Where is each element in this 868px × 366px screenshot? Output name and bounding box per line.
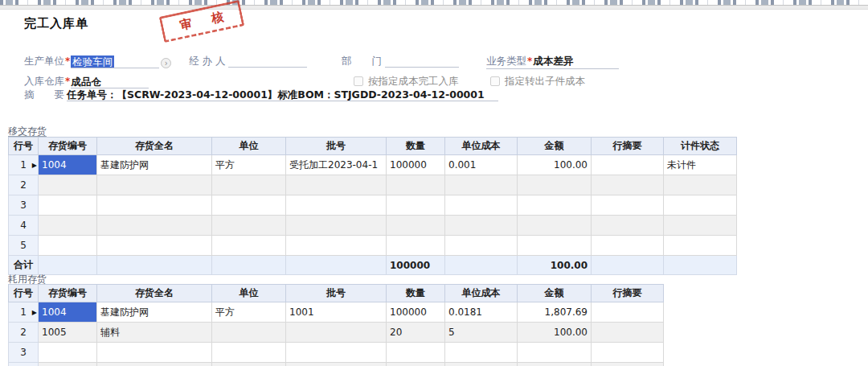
empty-cell[interactable] [592, 236, 664, 256]
summary-input[interactable]: 任务单号：【SCRW-2023-04-12-00001】标准BOM：STJGDD… [67, 88, 498, 101]
empty-cell[interactable] [212, 175, 286, 195]
empty-cell[interactable] [592, 343, 664, 363]
empty-cell[interactable] [445, 216, 518, 236]
cell-row-summary[interactable] [592, 302, 664, 323]
empty-cell[interactable] [387, 216, 445, 236]
empty-cell[interactable] [97, 216, 212, 236]
cell-row-summary[interactable] [592, 155, 664, 175]
row-number-cell[interactable]: 2 [9, 175, 39, 195]
empty-cell[interactable] [518, 216, 592, 236]
empty-cell[interactable] [286, 175, 387, 195]
checkbox-component-cost[interactable] [490, 76, 500, 86]
empty-cell[interactable] [286, 363, 387, 366]
empty-cell[interactable] [39, 343, 97, 363]
empty-cell[interactable] [97, 343, 212, 363]
cell-unit-cost[interactable]: 5 [445, 323, 518, 343]
empty-cell[interactable] [212, 236, 286, 256]
cell-name[interactable]: 辅料 [97, 323, 212, 343]
empty-cell[interactable] [286, 343, 387, 363]
empty-cell[interactable] [97, 236, 212, 256]
empty-cell[interactable] [387, 343, 445, 363]
cell-row-summary[interactable] [592, 323, 664, 343]
empty-cell[interactable] [445, 363, 518, 366]
warehouse-value[interactable]: 成品仓 [71, 76, 101, 88]
cell-amount[interactable]: 100.00 [518, 323, 592, 343]
cell-code[interactable]: 1005 [39, 323, 97, 343]
row-number-cell[interactable]: 3 [9, 343, 39, 363]
cell-unit[interactable]: 平方 [212, 302, 286, 323]
empty-cell[interactable] [39, 363, 97, 366]
empty-cell[interactable] [445, 236, 518, 256]
business-type-value[interactable]: 成本差异 [533, 55, 573, 67]
department-input[interactable] [385, 54, 459, 68]
empty-cell[interactable] [39, 216, 97, 236]
checkbox-specified-cost[interactable] [354, 76, 363, 86]
empty-cell[interactable] [387, 363, 445, 366]
warehouse-input[interactable]: 成品仓 [71, 75, 149, 88]
empty-cell[interactable] [518, 175, 592, 195]
cell-code[interactable]: 1004 [39, 155, 97, 175]
empty-cell[interactable] [39, 195, 97, 216]
production-unit-value[interactable]: 检验车间 [71, 56, 114, 68]
empty-cell[interactable] [39, 175, 97, 195]
lookup-icon[interactable]: › [161, 58, 171, 68]
empty-cell[interactable] [445, 195, 518, 216]
empty-cell[interactable] [387, 195, 445, 216]
empty-cell[interactable] [664, 236, 737, 256]
empty-cell[interactable] [212, 343, 286, 363]
empty-cell[interactable] [664, 195, 737, 216]
empty-cell[interactable] [286, 216, 387, 236]
handler-input[interactable] [228, 54, 307, 68]
cell-unit[interactable] [212, 323, 286, 343]
cell-qty[interactable]: 100000 [387, 155, 445, 175]
cell-batch[interactable]: 受托加工2023-04-1 [286, 155, 387, 175]
cell-name[interactable]: 基建防护网 [97, 302, 212, 323]
empty-cell[interactable] [664, 175, 737, 195]
row-number-cell[interactable]: 2 [9, 323, 39, 343]
row-number-cell[interactable]: 1▶ [9, 155, 39, 175]
cell-batch[interactable] [286, 323, 387, 343]
cell-amount[interactable]: 1,807.69 [518, 302, 592, 323]
empty-cell[interactable] [97, 195, 212, 216]
cell-name[interactable]: 基建防护网 [97, 155, 212, 175]
row-number-cell[interactable]: 3 [9, 195, 39, 216]
empty-cell[interactable] [592, 195, 664, 216]
cell-unit-cost[interactable]: 0.0181 [445, 302, 518, 323]
empty-cell[interactable] [387, 236, 445, 256]
cell-qty[interactable]: 100000 [387, 302, 445, 323]
empty-cell[interactable] [518, 236, 592, 256]
cell-unit-cost[interactable]: 0.001 [445, 155, 518, 175]
column-header: 存货全名 [97, 138, 212, 155]
cell-qty[interactable]: 20 [387, 323, 445, 343]
empty-cell[interactable] [445, 175, 518, 195]
empty-cell[interactable] [592, 216, 664, 236]
empty-cell[interactable] [592, 363, 664, 366]
cell-batch[interactable]: 1001 [286, 302, 387, 323]
cell-unit[interactable]: 平方 [212, 155, 286, 175]
cell-amount[interactable]: 100.00 [518, 155, 592, 175]
empty-cell[interactable] [286, 195, 387, 216]
empty-cell[interactable] [518, 363, 592, 366]
empty-cell[interactable] [387, 175, 445, 195]
empty-cell[interactable] [39, 236, 97, 256]
row-number-cell[interactable]: 4 [9, 216, 39, 236]
production-unit-input[interactable]: 检验车间 [71, 55, 159, 68]
cell-code[interactable]: 1004 [39, 302, 97, 323]
empty-cell[interactable] [212, 195, 286, 216]
summary-value[interactable]: 任务单号：【SCRW-2023-04-12-00001】标准BOM：STJGDD… [67, 88, 485, 101]
row-number-cell[interactable]: 5 [9, 236, 39, 256]
empty-cell[interactable] [664, 216, 737, 236]
empty-cell[interactable] [518, 343, 592, 363]
empty-cell[interactable] [212, 216, 286, 236]
cell-piece-status[interactable]: 未计件 [664, 155, 737, 175]
empty-cell[interactable] [97, 175, 212, 195]
empty-cell[interactable] [212, 363, 286, 366]
row-number-cell[interactable] [9, 363, 39, 366]
empty-cell[interactable] [97, 363, 212, 366]
empty-cell[interactable] [592, 175, 664, 195]
toolbar-divider [0, 5, 868, 10]
empty-cell[interactable] [518, 195, 592, 216]
empty-cell[interactable] [286, 236, 387, 256]
empty-cell[interactable] [445, 343, 518, 363]
row-number-cell[interactable]: 1▶ [9, 302, 39, 323]
